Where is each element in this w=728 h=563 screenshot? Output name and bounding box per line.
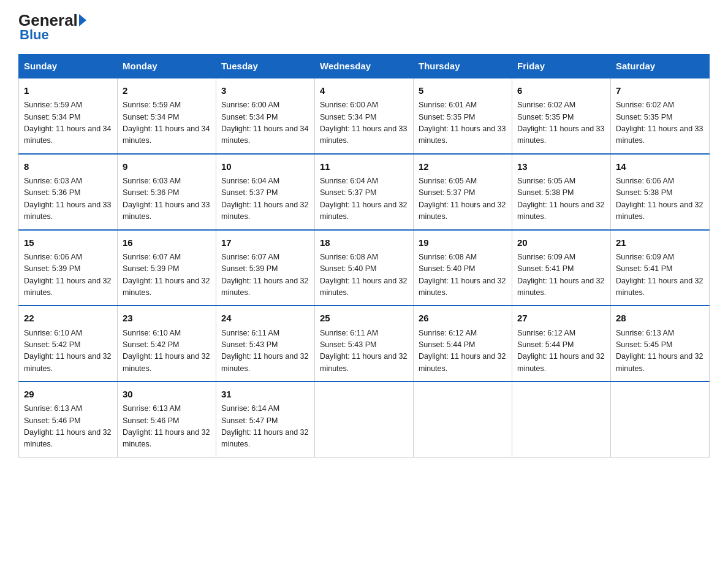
day-number: 17 [221,236,309,250]
calendar-week-row: 29Sunrise: 6:13 AMSunset: 5:46 PMDayligh… [19,381,710,457]
calendar-cell: 15Sunrise: 6:06 AMSunset: 5:39 PMDayligh… [19,230,118,306]
day-number: 31 [221,387,309,401]
calendar-cell: 24Sunrise: 6:11 AMSunset: 5:43 PMDayligh… [216,305,315,381]
day-number: 25 [320,311,408,325]
day-number: 8 [24,159,112,174]
calendar-header-row: SundayMondayTuesdayWednesdayThursdayFrid… [19,55,710,79]
day-number: 2 [123,83,211,98]
calendar-table: SundayMondayTuesdayWednesdayThursdayFrid… [18,54,710,458]
calendar-cell: 4Sunrise: 6:00 AMSunset: 5:34 PMDaylight… [315,78,414,154]
column-header-thursday: Thursday [414,55,512,79]
calendar-cell [512,381,611,457]
calendar-cell [414,381,512,457]
calendar-cell: 3Sunrise: 6:00 AMSunset: 5:34 PMDaylight… [216,78,315,154]
day-number: 13 [517,159,605,174]
calendar-cell: 8Sunrise: 6:03 AMSunset: 5:36 PMDaylight… [19,154,118,230]
day-number: 29 [24,387,112,401]
day-number: 5 [419,83,507,98]
calendar-cell: 29Sunrise: 6:13 AMSunset: 5:46 PMDayligh… [19,381,118,457]
day-number: 21 [616,236,704,250]
page-header: General Blue [18,12,710,43]
calendar-cell: 6Sunrise: 6:02 AMSunset: 5:35 PMDaylight… [512,78,611,154]
day-number: 9 [123,159,211,174]
calendar-cell: 31Sunrise: 6:14 AMSunset: 5:47 PMDayligh… [216,381,315,457]
column-header-tuesday: Tuesday [216,55,315,79]
day-number: 12 [419,159,507,174]
calendar-cell: 2Sunrise: 5:59 AMSunset: 5:34 PMDaylight… [118,78,216,154]
day-number: 7 [616,83,704,98]
day-number: 30 [123,387,211,401]
day-number: 6 [517,83,605,98]
column-header-saturday: Saturday [611,55,710,79]
calendar-cell: 7Sunrise: 6:02 AMSunset: 5:35 PMDaylight… [611,78,710,154]
column-header-wednesday: Wednesday [315,55,414,79]
calendar-week-row: 8Sunrise: 6:03 AMSunset: 5:36 PMDaylight… [19,154,710,230]
calendar-cell: 27Sunrise: 6:12 AMSunset: 5:44 PMDayligh… [512,305,611,381]
calendar-week-row: 15Sunrise: 6:06 AMSunset: 5:39 PMDayligh… [19,230,710,306]
day-number: 16 [123,236,211,250]
calendar-cell: 14Sunrise: 6:06 AMSunset: 5:38 PMDayligh… [611,154,710,230]
day-number: 19 [419,236,507,250]
day-number: 3 [221,83,309,98]
logo-arrow-icon [79,14,86,26]
calendar-cell: 20Sunrise: 6:09 AMSunset: 5:41 PMDayligh… [512,230,611,306]
logo-blue: Blue [18,27,49,43]
calendar-cell [315,381,414,457]
calendar-cell: 5Sunrise: 6:01 AMSunset: 5:35 PMDaylight… [414,78,512,154]
calendar-cell: 13Sunrise: 6:05 AMSunset: 5:38 PMDayligh… [512,154,611,230]
day-number: 10 [221,159,309,174]
calendar-cell: 18Sunrise: 6:08 AMSunset: 5:40 PMDayligh… [315,230,414,306]
calendar-cell: 23Sunrise: 6:10 AMSunset: 5:42 PMDayligh… [118,305,216,381]
calendar-cell: 21Sunrise: 6:09 AMSunset: 5:41 PMDayligh… [611,230,710,306]
day-number: 20 [517,236,605,250]
day-number: 15 [24,236,112,250]
calendar-cell: 10Sunrise: 6:04 AMSunset: 5:37 PMDayligh… [216,154,315,230]
calendar-cell: 28Sunrise: 6:13 AMSunset: 5:45 PMDayligh… [611,305,710,381]
calendar-cell: 9Sunrise: 6:03 AMSunset: 5:36 PMDaylight… [118,154,216,230]
day-number: 11 [320,159,408,174]
calendar-cell: 25Sunrise: 6:11 AMSunset: 5:43 PMDayligh… [315,305,414,381]
logo: General Blue [18,12,86,43]
calendar-cell: 30Sunrise: 6:13 AMSunset: 5:46 PMDayligh… [118,381,216,457]
calendar-cell: 17Sunrise: 6:07 AMSunset: 5:39 PMDayligh… [216,230,315,306]
logo-text: General [18,12,86,28]
calendar-week-row: 22Sunrise: 6:10 AMSunset: 5:42 PMDayligh… [19,305,710,381]
calendar-cell: 22Sunrise: 6:10 AMSunset: 5:42 PMDayligh… [19,305,118,381]
day-number: 27 [517,311,605,325]
day-number: 14 [616,159,704,174]
calendar-cell: 1Sunrise: 5:59 AMSunset: 5:34 PMDaylight… [19,78,118,154]
calendar-cell: 19Sunrise: 6:08 AMSunset: 5:40 PMDayligh… [414,230,512,306]
day-number: 22 [24,311,112,325]
column-header-sunday: Sunday [19,55,118,79]
calendar-cell: 11Sunrise: 6:04 AMSunset: 5:37 PMDayligh… [315,154,414,230]
column-header-friday: Friday [512,55,611,79]
day-number: 24 [221,311,309,325]
day-number: 4 [320,83,408,98]
calendar-cell: 12Sunrise: 6:05 AMSunset: 5:37 PMDayligh… [414,154,512,230]
column-header-monday: Monday [118,55,216,79]
calendar-cell: 16Sunrise: 6:07 AMSunset: 5:39 PMDayligh… [118,230,216,306]
day-number: 28 [616,311,704,325]
day-number: 1 [24,83,112,98]
day-number: 26 [419,311,507,325]
logo-general: General [18,12,78,28]
calendar-week-row: 1Sunrise: 5:59 AMSunset: 5:34 PMDaylight… [19,78,710,154]
calendar-cell: 26Sunrise: 6:12 AMSunset: 5:44 PMDayligh… [414,305,512,381]
day-number: 23 [123,311,211,325]
calendar-cell [611,381,710,457]
day-number: 18 [320,236,408,250]
